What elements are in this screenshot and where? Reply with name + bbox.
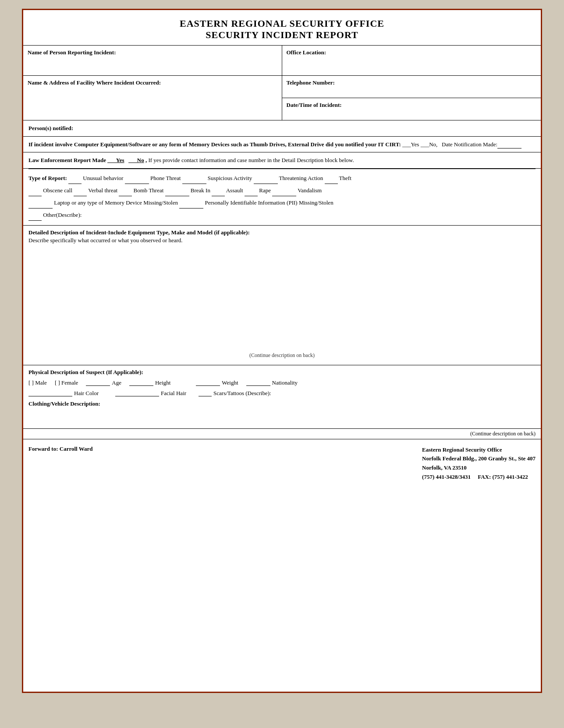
report-line-3: Laptop or any type of Memory Device Miss… <box>28 197 536 209</box>
facility-cell: Name & Address of Facility Where Inciden… <box>23 76 282 120</box>
header-line1: EASTERN REGIONAL SECURITY OFFICE <box>32 18 532 29</box>
scars-label: Scars/Tattoos (Describe): <box>213 390 271 397</box>
footer-phone-fax: (757) 441-3428/3431 FAX: (757) 441-3422 <box>422 473 536 482</box>
report-line-4: Other(Describe): <box>28 209 536 221</box>
persons-notified-text: Person(s) notified: <box>28 124 536 133</box>
footer-left: Forward to: Carroll Ward <box>28 445 92 452</box>
it-cirt-date: Date Notification Made: <box>439 141 522 148</box>
height-item: Height <box>129 379 170 386</box>
type-report-label: Type of Report: <box>28 175 68 181</box>
row-name-office: Name of Person Reporting Incident: Offic… <box>23 46 541 76</box>
report-line-2: Obscene call Verbal threat Bomb Threat B… <box>28 185 536 196</box>
clothing-label-text: Clothing/Vehicle Description: <box>28 400 100 407</box>
height-label: Height <box>155 379 170 386</box>
datetime-subcell: Date/Time of Incident: <box>282 98 541 120</box>
weight-item: Weight <box>196 379 238 386</box>
male-label: [ ] Male <box>28 379 47 386</box>
facility-label: Name & Address of Facility Where Inciden… <box>28 79 161 86</box>
female-checkbox-item: [ ] Female <box>55 379 78 386</box>
name-reporting-cell: Name of Person Reporting Incident: <box>23 46 282 75</box>
type-obscene: Obscene call <box>43 187 72 194</box>
datetime-label: Date/Time of Incident: <box>287 102 342 108</box>
hair-color-item: Hair Color <box>28 390 99 397</box>
type-other: Other(Describe): <box>43 212 82 218</box>
law-enforcement-text: Law Enforcement Report Made ___Yes ___No… <box>28 156 536 165</box>
scars-item: Scars/Tattoos (Describe): <box>199 390 271 397</box>
form-page: EASTERN REGIONAL SECURITY OFFICE SECURIT… <box>22 9 542 693</box>
weight-label: Weight <box>222 379 238 386</box>
continue-note: (Continue description on back) <box>249 352 315 359</box>
it-cirt-section: If incident involve Computer Equipment/S… <box>23 137 541 153</box>
physical-section: Physical Description of Suspect (If Appl… <box>23 365 541 429</box>
description-subtitle: Describe specifically what occurred or w… <box>28 237 536 244</box>
footer-office-name: Eastern Regional Security Office <box>422 445 536 455</box>
hair-color-label: Hair Color <box>74 390 99 397</box>
persons-notified-label: Person(s) notified: <box>28 125 73 131</box>
footer: Forward to: Carroll Ward Eastern Regiona… <box>23 439 541 488</box>
type-theft: Theft <box>339 175 351 181</box>
law-yes: ___Yes <box>107 157 124 163</box>
age-item: Age <box>86 379 121 386</box>
law-spacer <box>126 157 127 163</box>
type-vandalism: Vandalism <box>298 187 322 194</box>
clothing-section: Clothing/Vehicle Description: <box>28 400 536 425</box>
forward-label: Forward to: Carroll Ward <box>28 445 92 452</box>
header-line2: SECURITY INCIDENT REPORT <box>32 29 532 41</box>
type-verbal: Verbal threat <box>88 187 117 194</box>
it-cirt-no: ___No, <box>421 141 438 148</box>
type-phone: Phone Threat <box>150 175 181 181</box>
it-cirt-yes: ___Yes <box>402 141 419 148</box>
row-facility-tel: Name & Address of Facility Where Inciden… <box>23 76 541 120</box>
physical-row2: Hair Color Facial Hair Scars/Tattoos (De… <box>28 390 536 397</box>
physical-title: Physical Description of Suspect (If Appl… <box>28 369 536 376</box>
tel-datetime-cell: Telephone Number: Date/Time of Incident: <box>282 76 541 120</box>
name-reporting-label: Name of Person Reporting Incident: <box>28 49 116 56</box>
facial-hair-label: Facial Hair <box>161 390 186 397</box>
office-location-label: Office Location: <box>287 49 326 56</box>
male-checkbox-item: [ ] Male <box>28 379 47 386</box>
type-of-report-section: Type of Report: Unusual behavior Phone T… <box>23 169 541 226</box>
physical-row1: [ ] Male [ ] Female Age Height Weight Na… <box>28 379 536 386</box>
type-rape: Rape <box>259 187 271 194</box>
law-no: ___No <box>128 157 144 163</box>
footer-phone: (757) 441-3428/3431 <box>422 474 471 480</box>
footer-fax: FAX: (757) 441-3422 <box>478 474 528 480</box>
female-label: [ ] Female <box>55 379 78 386</box>
clothing-label: Clothing/Vehicle Description: <box>28 400 536 407</box>
type-breakin: Break In <box>191 187 210 194</box>
report-line-1: Type of Report: Unusual behavior Phone T… <box>28 173 536 184</box>
type-bomb: Bomb Threat <box>134 187 164 194</box>
description-area: (Continue description on back) <box>28 247 536 361</box>
it-cirt-main-text: If incident involve Computer Equipment/S… <box>28 141 401 148</box>
footer-address1: Norfolk Federal Bldg., 200 Granby St., S… <box>422 454 536 463</box>
description-title: Detailed Description of Incident-Include… <box>28 229 536 236</box>
clothing-value-area <box>28 407 536 425</box>
nationality-label: Nationality <box>272 379 298 386</box>
telephone-subcell: Telephone Number: <box>282 76 541 98</box>
type-unusual: Unusual behavior <box>83 175 123 181</box>
persons-notified-section: Person(s) notified: <box>23 120 541 137</box>
type-pii: Personally Identifiable Information (PII… <box>205 199 333 206</box>
form-header: EASTERN REGIONAL SECURITY OFFICE SECURIT… <box>23 10 541 46</box>
continue-back-right: (Continue description on back) <box>23 429 541 439</box>
telephone-label: Telephone Number: <box>287 79 335 86</box>
footer-address2: Norfolk, VA 23510 <box>422 463 536 473</box>
footer-right: Eastern Regional Security Office Norfolk… <box>422 445 536 482</box>
facial-hair-item: Facial Hair <box>115 390 186 397</box>
law-comma: , <box>145 157 147 163</box>
type-threatening: Threatening Action <box>279 175 323 181</box>
nationality-item: Nationality <box>246 379 298 386</box>
top-fields: Name of Person Reporting Incident: Offic… <box>23 46 541 120</box>
law-enforcement-label: Law Enforcement Report Made <box>28 157 107 163</box>
continue-back-text: (Continue description on back) <box>470 431 536 437</box>
description-section: Detailed Description of Incident-Include… <box>23 226 541 365</box>
office-location-cell: Office Location: <box>282 46 541 75</box>
age-label: Age <box>112 379 121 386</box>
law-enforcement-section: Law Enforcement Report Made ___Yes ___No… <box>23 152 541 169</box>
type-assault: Assault <box>226 187 243 194</box>
law-enforcement-detail: If yes provide contact information and c… <box>148 157 354 163</box>
type-suspicious: Suspicious Activity <box>208 175 252 181</box>
type-laptop: Laptop or any type of Memory Device Miss… <box>54 199 178 206</box>
it-cirt-text: If incident involve Computer Equipment/S… <box>28 140 536 149</box>
